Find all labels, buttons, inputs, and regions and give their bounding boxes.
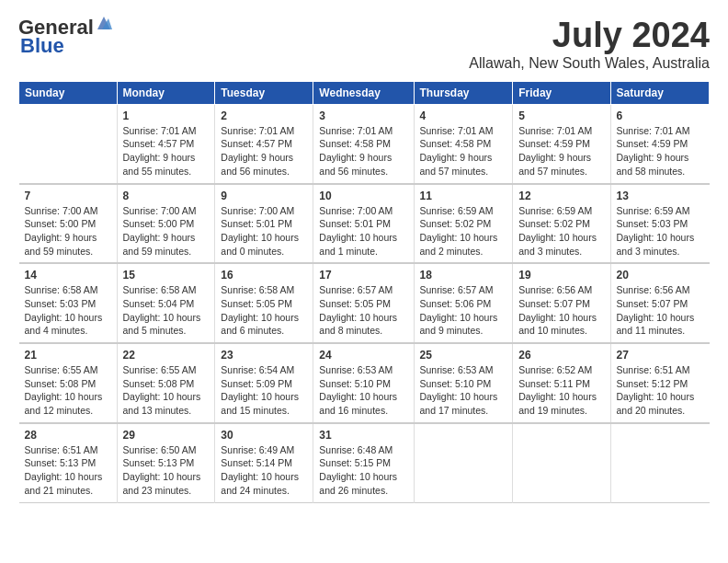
day-number: 25 [420, 349, 507, 362]
table-row: 3Sunrise: 7:01 AM Sunset: 4:58 PM Daylig… [313, 104, 414, 183]
table-row: 5Sunrise: 7:01 AM Sunset: 4:59 PM Daylig… [513, 104, 610, 183]
logo-icon [96, 15, 112, 31]
day-info: Sunrise: 6:56 AM Sunset: 5:07 PM Dayligh… [617, 283, 704, 338]
day-number: 29 [123, 429, 210, 442]
day-number: 4 [420, 109, 507, 122]
col-saturday: Saturday [610, 81, 709, 104]
day-number: 27 [617, 349, 704, 362]
table-row [610, 423, 709, 502]
table-row: 16Sunrise: 6:58 AM Sunset: 5:05 PM Dayli… [215, 263, 313, 343]
month-title: July 2024 [469, 17, 710, 55]
table-row: 31Sunrise: 6:48 AM Sunset: 5:15 PM Dayli… [313, 423, 414, 502]
table-row [513, 423, 610, 502]
day-info: Sunrise: 7:00 AM Sunset: 5:00 PM Dayligh… [123, 204, 210, 259]
table-row: 9Sunrise: 7:00 AM Sunset: 5:01 PM Daylig… [215, 184, 313, 264]
day-info: Sunrise: 6:53 AM Sunset: 5:10 PM Dayligh… [319, 363, 407, 418]
day-info: Sunrise: 6:55 AM Sunset: 5:08 PM Dayligh… [123, 363, 210, 418]
title-section: July 2024 Allawah, New South Wales, Aust… [469, 17, 710, 72]
day-info: Sunrise: 7:01 AM Sunset: 4:58 PM Dayligh… [319, 124, 407, 178]
day-number: 12 [518, 190, 604, 202]
table-row: 30Sunrise: 6:49 AM Sunset: 5:14 PM Dayli… [215, 423, 313, 502]
calendar-header-row: Sunday Monday Tuesday Wednesday Thursday… [19, 81, 710, 104]
day-info: Sunrise: 7:01 AM Sunset: 4:58 PM Dayligh… [420, 124, 507, 178]
table-row: 6Sunrise: 7:01 AM Sunset: 4:59 PM Daylig… [610, 104, 709, 183]
day-number: 14 [25, 269, 111, 282]
table-row: 1Sunrise: 7:01 AM Sunset: 4:57 PM Daylig… [117, 104, 215, 183]
table-row: 2Sunrise: 7:01 AM Sunset: 4:57 PM Daylig… [215, 104, 313, 183]
page: General Blue July 2024 Allawah, New Sout… [0, 0, 728, 512]
table-row: 4Sunrise: 7:01 AM Sunset: 4:58 PM Daylig… [414, 104, 513, 183]
day-number: 23 [221, 349, 307, 362]
day-info: Sunrise: 6:48 AM Sunset: 5:15 PM Dayligh… [319, 443, 407, 498]
day-info: Sunrise: 6:52 AM Sunset: 5:11 PM Dayligh… [518, 363, 604, 418]
table-row: 28Sunrise: 6:51 AM Sunset: 5:13 PM Dayli… [19, 423, 118, 502]
calendar-week-row: 1Sunrise: 7:01 AM Sunset: 4:57 PM Daylig… [19, 104, 710, 183]
table-row: 8Sunrise: 7:00 AM Sunset: 5:00 PM Daylig… [117, 184, 215, 264]
day-number: 28 [25, 429, 111, 442]
table-row: 11Sunrise: 6:59 AM Sunset: 5:02 PM Dayli… [414, 184, 513, 264]
header: General Blue July 2024 Allawah, New Sout… [18, 17, 710, 72]
col-tuesday: Tuesday [215, 81, 313, 104]
day-number: 20 [617, 269, 704, 282]
day-number: 10 [319, 190, 407, 202]
day-info: Sunrise: 7:00 AM Sunset: 5:00 PM Dayligh… [25, 204, 111, 259]
table-row: 25Sunrise: 6:53 AM Sunset: 5:10 PM Dayli… [414, 343, 513, 423]
day-number: 31 [319, 429, 407, 442]
table-row: 18Sunrise: 6:57 AM Sunset: 5:06 PM Dayli… [414, 263, 513, 343]
day-number: 24 [319, 349, 407, 362]
table-row: 13Sunrise: 6:59 AM Sunset: 5:03 PM Dayli… [610, 184, 709, 264]
col-sunday: Sunday [19, 81, 118, 104]
table-row: 20Sunrise: 6:56 AM Sunset: 5:07 PM Dayli… [610, 263, 709, 343]
day-info: Sunrise: 6:55 AM Sunset: 5:08 PM Dayligh… [25, 363, 111, 418]
day-number: 5 [518, 109, 604, 122]
day-number: 19 [518, 269, 604, 282]
logo-blue: Blue [20, 34, 64, 57]
table-row [414, 423, 513, 502]
day-number: 18 [420, 269, 507, 282]
table-row: 26Sunrise: 6:52 AM Sunset: 5:11 PM Dayli… [513, 343, 610, 423]
day-number: 6 [617, 109, 704, 122]
day-info: Sunrise: 6:59 AM Sunset: 5:03 PM Dayligh… [617, 204, 704, 259]
calendar-week-row: 14Sunrise: 6:58 AM Sunset: 5:03 PM Dayli… [19, 263, 710, 343]
table-row: 15Sunrise: 6:58 AM Sunset: 5:04 PM Dayli… [117, 263, 215, 343]
day-info: Sunrise: 6:49 AM Sunset: 5:14 PM Dayligh… [221, 443, 307, 498]
table-row [19, 104, 118, 183]
day-info: Sunrise: 6:59 AM Sunset: 5:02 PM Dayligh… [420, 204, 507, 259]
day-info: Sunrise: 6:50 AM Sunset: 5:13 PM Dayligh… [123, 443, 210, 498]
calendar-week-row: 7Sunrise: 7:00 AM Sunset: 5:00 PM Daylig… [19, 184, 710, 264]
day-number: 30 [221, 429, 307, 442]
day-info: Sunrise: 6:51 AM Sunset: 5:12 PM Dayligh… [617, 363, 704, 418]
day-number: 3 [319, 109, 407, 122]
table-row: 27Sunrise: 6:51 AM Sunset: 5:12 PM Dayli… [610, 343, 709, 423]
table-row: 7Sunrise: 7:00 AM Sunset: 5:00 PM Daylig… [19, 184, 118, 264]
day-number: 15 [123, 269, 210, 282]
day-number: 21 [25, 349, 111, 362]
day-info: Sunrise: 6:59 AM Sunset: 5:02 PM Dayligh… [518, 204, 604, 259]
day-info: Sunrise: 7:01 AM Sunset: 4:59 PM Dayligh… [518, 124, 604, 178]
day-info: Sunrise: 6:58 AM Sunset: 5:05 PM Dayligh… [221, 283, 307, 338]
table-row: 29Sunrise: 6:50 AM Sunset: 5:13 PM Dayli… [117, 423, 215, 502]
day-number: 2 [221, 109, 307, 122]
table-row: 21Sunrise: 6:55 AM Sunset: 5:08 PM Dayli… [19, 343, 118, 423]
day-info: Sunrise: 6:56 AM Sunset: 5:07 PM Dayligh… [518, 283, 604, 338]
day-info: Sunrise: 6:57 AM Sunset: 5:06 PM Dayligh… [420, 283, 507, 338]
day-info: Sunrise: 6:57 AM Sunset: 5:05 PM Dayligh… [319, 283, 407, 338]
col-thursday: Thursday [414, 81, 513, 104]
day-number: 1 [123, 109, 210, 122]
day-info: Sunrise: 6:53 AM Sunset: 5:10 PM Dayligh… [420, 363, 507, 418]
day-number: 22 [123, 349, 210, 362]
day-number: 26 [518, 349, 604, 362]
day-info: Sunrise: 7:01 AM Sunset: 4:59 PM Dayligh… [617, 124, 704, 178]
day-info: Sunrise: 6:58 AM Sunset: 5:04 PM Dayligh… [123, 283, 210, 338]
location-title: Allawah, New South Wales, Australia [469, 55, 710, 72]
col-monday: Monday [117, 81, 215, 104]
day-number: 9 [221, 190, 307, 202]
day-info: Sunrise: 7:00 AM Sunset: 5:01 PM Dayligh… [221, 204, 307, 259]
col-wednesday: Wednesday [313, 81, 414, 104]
day-number: 11 [420, 190, 507, 202]
day-number: 17 [319, 269, 407, 282]
table-row: 23Sunrise: 6:54 AM Sunset: 5:09 PM Dayli… [215, 343, 313, 423]
day-info: Sunrise: 7:00 AM Sunset: 5:01 PM Dayligh… [319, 204, 407, 259]
day-number: 13 [617, 190, 704, 202]
logo: General Blue [18, 17, 112, 57]
